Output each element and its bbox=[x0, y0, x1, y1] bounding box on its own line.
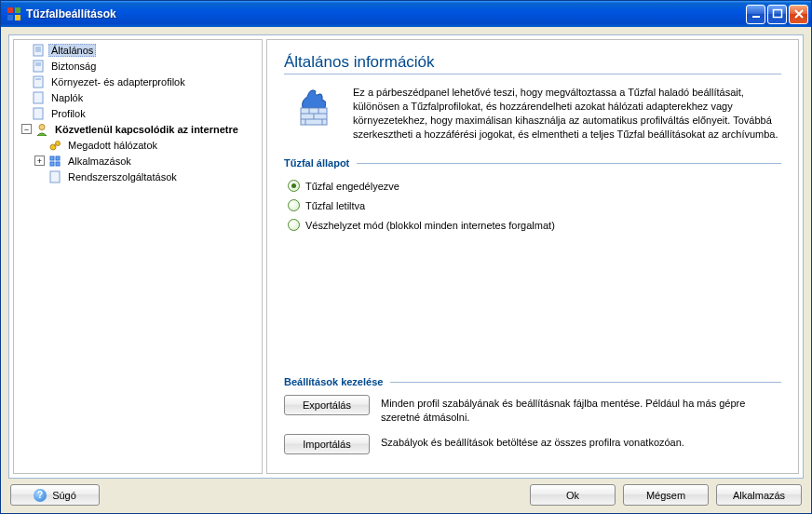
window: Tűzfalbeállítások Általános bbox=[0, 0, 812, 514]
page-icon bbox=[31, 43, 46, 58]
radio-icon bbox=[288, 219, 300, 231]
import-button[interactable]: Importálás bbox=[284, 434, 370, 454]
export-button[interactable]: Exportálás bbox=[284, 395, 370, 415]
radio-icon bbox=[288, 199, 300, 211]
sidebar-item-general[interactable]: Általános bbox=[14, 42, 262, 58]
page-icon bbox=[31, 90, 46, 105]
svg-rect-22 bbox=[56, 156, 60, 160]
svg-rect-16 bbox=[34, 108, 43, 119]
sidebar-item-direct-internet[interactable]: − Közvetlenül kapcsolódik az internetre bbox=[14, 121, 262, 137]
user-icon bbox=[34, 122, 49, 137]
settings-mgmt-title: Beállítások kezelése bbox=[284, 376, 781, 387]
app-icon bbox=[7, 7, 21, 21]
page-icon bbox=[31, 106, 46, 121]
content-area: Általános Biztonság Környezet- és adapte… bbox=[1, 27, 811, 513]
maximize-button[interactable] bbox=[767, 5, 787, 24]
sidebar-item-profiles[interactable]: Profilok bbox=[14, 105, 262, 121]
firewall-state-title: Tűzfal állapot bbox=[284, 157, 781, 169]
svg-point-17 bbox=[39, 124, 45, 129]
help-icon: ? bbox=[34, 489, 47, 502]
content-title: Általános információk bbox=[284, 53, 781, 74]
svg-rect-13 bbox=[34, 76, 43, 88]
import-description: Szabályok és beállítások betöltése az ös… bbox=[381, 434, 781, 450]
svg-rect-3 bbox=[15, 15, 20, 20]
radio-icon bbox=[288, 180, 300, 192]
export-description: Minden profil szabályának és beállításna… bbox=[381, 395, 781, 425]
svg-rect-25 bbox=[50, 171, 60, 183]
radio-label: Vészhelyzet mód (blokkol minden internet… bbox=[305, 220, 555, 231]
info-row: Ez a párbeszédpanel lehetővé teszi, hogy… bbox=[284, 86, 781, 141]
minimize-button[interactable] bbox=[746, 5, 765, 24]
main-panel: Általános Biztonság Környezet- és adapte… bbox=[8, 34, 804, 479]
network-icon bbox=[47, 138, 62, 153]
footer: ? Súgó Ok Mégsem Alkalmazás bbox=[8, 484, 804, 506]
svg-rect-21 bbox=[50, 156, 54, 160]
apply-button[interactable]: Alkalmazás bbox=[716, 484, 802, 506]
cancel-button[interactable]: Mégsem bbox=[623, 484, 709, 506]
svg-rect-4 bbox=[752, 16, 760, 18]
sidebar-item-label: Biztonság bbox=[48, 60, 99, 73]
titlebar: Tűzfalbeállítások bbox=[1, 1, 811, 27]
page-icon bbox=[47, 169, 62, 184]
radio-firewall-disabled[interactable]: Tűzfal letiltva bbox=[288, 199, 781, 211]
sidebar-item-label: Alkalmazások bbox=[65, 155, 134, 168]
divider bbox=[390, 382, 781, 383]
divider bbox=[357, 163, 781, 164]
radio-label: Tűzfal engedélyezve bbox=[305, 181, 399, 192]
sidebar-item-label: Környezet- és adapterprofilok bbox=[48, 75, 188, 88]
radio-firewall-enabled[interactable]: Tűzfal engedélyezve bbox=[288, 180, 781, 192]
help-button[interactable]: ? Súgó bbox=[10, 484, 100, 506]
export-row: Exportálás Minden profil szabályának és … bbox=[284, 395, 781, 425]
sidebar-item-profiles-adapter[interactable]: Környezet- és adapterprofilok bbox=[14, 74, 262, 89]
collapse-icon[interactable]: − bbox=[21, 124, 32, 134]
svg-rect-10 bbox=[34, 61, 43, 72]
intro-text: Ez a párbeszédpanel lehetővé teszi, hogy… bbox=[353, 86, 781, 141]
sidebar-item-logs[interactable]: Naplók bbox=[14, 89, 262, 105]
svg-rect-5 bbox=[773, 10, 781, 18]
svg-rect-23 bbox=[50, 162, 54, 166]
sidebar-item-label: Rendszerszolgáltatások bbox=[65, 170, 180, 183]
svg-rect-15 bbox=[34, 92, 43, 103]
sidebar-item-label: Naplók bbox=[48, 91, 86, 104]
svg-rect-1 bbox=[15, 7, 20, 13]
radio-emergency-mode[interactable]: Vészhelyzet mód (blokkol minden internet… bbox=[288, 219, 781, 231]
sidebar-item-applications[interactable]: + Alkalmazások bbox=[14, 153, 262, 169]
page-icon bbox=[31, 59, 46, 74]
sidebar-tree[interactable]: Általános Biztonság Környezet- és adapte… bbox=[13, 39, 263, 474]
sidebar-item-label: Közvetlenül kapcsolódik az internetre bbox=[52, 123, 241, 136]
sidebar-item-label: Megadott hálózatok bbox=[65, 139, 160, 152]
sidebar-item-system-services[interactable]: Rendszerszolgáltatások bbox=[14, 169, 262, 184]
svg-rect-0 bbox=[7, 7, 13, 13]
window-title: Tűzfalbeállítások bbox=[26, 7, 744, 20]
apps-icon bbox=[47, 154, 62, 169]
close-button[interactable] bbox=[789, 5, 808, 24]
svg-rect-2 bbox=[7, 15, 13, 20]
content-panel: Általános információk bbox=[266, 39, 799, 474]
expand-icon[interactable]: + bbox=[34, 156, 45, 166]
help-label: Súgó bbox=[52, 490, 76, 501]
sidebar-item-label: Általános bbox=[48, 44, 96, 57]
firewall-icon bbox=[291, 86, 336, 130]
svg-rect-24 bbox=[56, 162, 60, 166]
ok-button[interactable]: Ok bbox=[530, 484, 616, 506]
sidebar-item-security[interactable]: Biztonság bbox=[14, 58, 262, 74]
page-icon bbox=[31, 74, 46, 89]
radio-label: Tűzfal letiltva bbox=[305, 200, 365, 211]
import-row: Importálás Szabályok és beállítások betö… bbox=[284, 434, 781, 454]
sidebar-item-networks[interactable]: Megadott hálózatok bbox=[14, 137, 262, 153]
sidebar-item-label: Profilok bbox=[48, 107, 88, 120]
svg-rect-6 bbox=[34, 45, 43, 56]
